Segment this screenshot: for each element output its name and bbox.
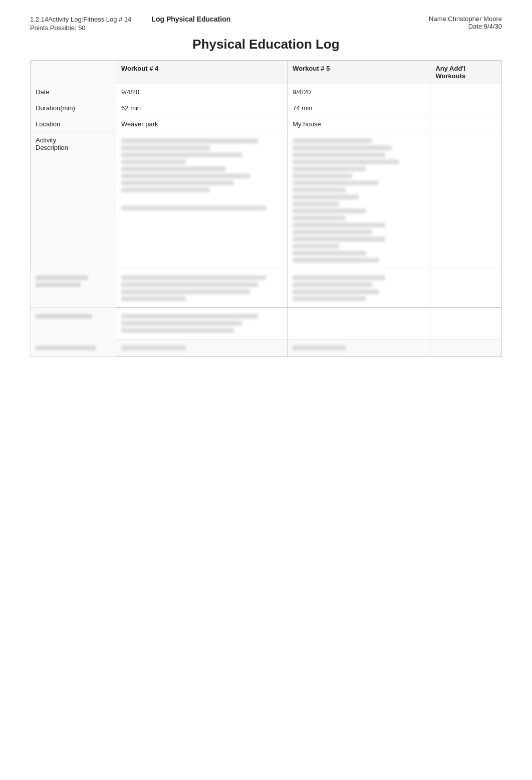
total-addl [430,339,502,357]
name-label: Name: [429,15,448,23]
table-row-heartrate [31,269,502,308]
heartrate-workout5-text [293,275,425,301]
comments-workout4 [116,308,288,339]
row-label-total [31,339,116,357]
table-row-comments [31,308,502,339]
col-header-workout4: Workout # 4 [116,61,288,84]
date-addl [430,84,502,100]
total-workout5-text [293,345,425,350]
page-header: 1.2.14Activity Log:Fitness Log # 14 Log … [30,15,502,32]
table-row: Location Weaver park My house [31,116,502,132]
header-right: Name:Christopher Moore Date:9/4/30 [429,15,502,30]
points-label: Points Possible: [30,24,77,32]
comments-workout5 [288,308,430,339]
comments-addl [430,308,502,339]
table-row-activity: Activity Description [31,132,502,269]
date-line: Date:9/4/30 [429,23,502,30]
page-title-container: Physical Education Log [30,37,502,52]
row-label-duration: Duration(min) [31,100,116,116]
total-workout4 [116,339,288,357]
date-workout5: 9/4/20 [288,84,430,100]
location-addl [430,116,502,132]
col-header-empty [31,61,116,84]
row-label-location: Location [31,116,116,132]
points-line: Points Possible: 50 [30,24,230,32]
date-value: 9/4/30 [484,23,502,30]
activity-workout4 [116,132,288,269]
row-label-activity: Activity Description [31,132,116,269]
location-workout5: My house [288,116,430,132]
table-row-total [31,339,502,357]
date-workout4: 9/4/20 [116,84,288,100]
log-physical-ed-label: Log Physical Education [151,15,230,23]
heartrate-workout4 [116,269,288,308]
heartrate-workout5 [288,269,430,308]
table-header-row: Workout # 4 Workout # 5 Any Add'l Workou… [31,61,502,84]
main-table: Workout # 4 Workout # 5 Any Add'l Workou… [30,60,502,357]
row-label-heartrate [31,269,116,308]
date-label: Date: [468,23,484,30]
activity-workout5 [288,132,430,269]
heartrate-addl [430,269,502,308]
table-row: Duration(min) 62 min 74 min [31,100,502,116]
activity-addl [430,132,502,269]
name-line: Name:Christopher Moore [429,15,502,23]
header-left: 1.2.14Activity Log:Fitness Log # 14 Log … [30,15,230,32]
total-workout5 [288,339,430,357]
total-workout4-text [121,345,282,350]
location-workout4: Weaver park [116,116,288,132]
activity-log-ref: 1.2.14Activity Log:Fitness Log # 14 [30,16,131,23]
row-label-comments [31,308,116,339]
table-row: Date 9/4/20 9/4/20 [31,84,502,100]
duration-addl [430,100,502,116]
row-label-date: Date [31,84,116,100]
heartrate-workout4-text [121,275,282,301]
col-header-addl: Any Add'l Workouts [430,61,502,84]
name-value: Christopher Moore [448,15,502,23]
points-value: 50 [78,24,85,32]
activity-desc-workout4-text [121,138,282,211]
duration-workout5: 74 min [288,100,430,116]
col-header-workout5: Workout # 5 [288,61,430,84]
duration-workout4: 62 min [116,100,288,116]
comments-workout4-text [121,314,282,333]
page-title: Physical Education Log [192,37,339,52]
activity-desc-workout5-text [293,138,425,263]
